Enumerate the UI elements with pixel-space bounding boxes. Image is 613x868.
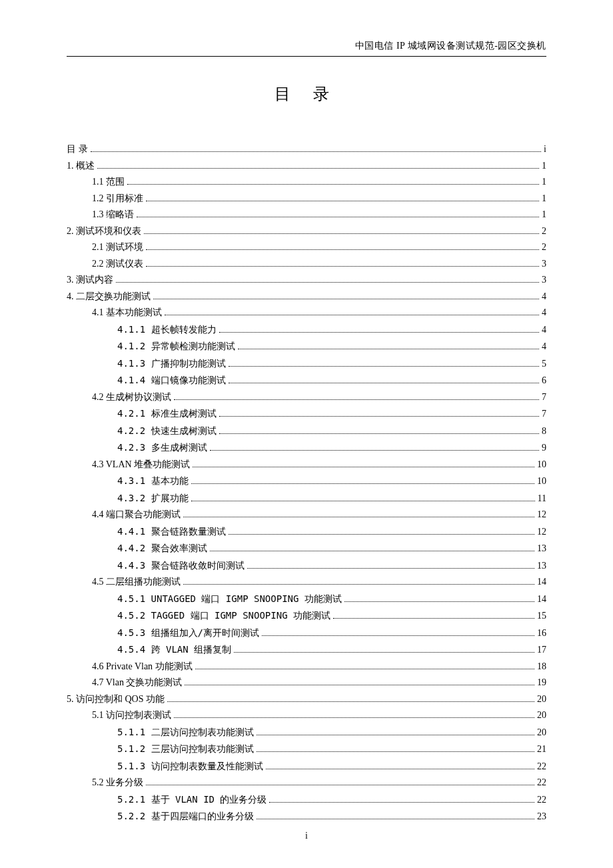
toc-leader-dots xyxy=(183,577,534,585)
page: 中国电信 IP 城域网设备测试规范-园区交换机 目 录 目 录i1. 概述11.… xyxy=(0,0,613,868)
toc-entry-label: 1.3 缩略语 xyxy=(92,207,134,223)
toc-entry[interactable]: 5.1 访问控制表测试20 xyxy=(67,707,546,724)
toc-entry-label: 2.1 测试环境 xyxy=(92,239,143,256)
toc-leader-dots xyxy=(210,544,534,551)
toc-entry-page: 18 xyxy=(537,659,546,675)
toc-entry-page: 7 xyxy=(542,389,546,406)
toc-entry[interactable]: 4.1.4 端口镜像功能测试6 xyxy=(67,372,546,389)
toc-entry[interactable]: 2. 测试环境和仪表2 xyxy=(67,223,546,240)
toc-entry[interactable]: 5. 访问控制和 QOS 功能20 xyxy=(67,691,546,708)
running-header: 中国电信 IP 城域网设备测试规范-园区交换机 xyxy=(67,40,546,52)
toc-entry-label: 5. 访问控制和 QOS 功能 xyxy=(67,691,165,708)
toc-entry[interactable]: 5.2.2 基于四层端口的业务分级23 xyxy=(67,808,546,825)
toc-entry-page: 20 xyxy=(537,691,546,708)
toc-entry-label: 5.1.3 访问控制表数量及性能测试 xyxy=(117,758,263,775)
toc-leader-dots xyxy=(229,376,539,383)
toc-entry-page: 16 xyxy=(537,625,546,642)
toc-entry-label: 5.2.1 基于 VLAN ID 的业务分级 xyxy=(117,791,267,808)
toc-entry-label: 4. 二层交换功能测试 xyxy=(67,289,151,305)
toc-entry-label: 4.2 生成树协议测试 xyxy=(92,389,171,406)
toc-entry[interactable]: 5.2 业务分级22 xyxy=(67,775,546,791)
toc-entry[interactable]: 4.3 VLAN 堆叠功能测试10 xyxy=(67,457,546,473)
toc-entry[interactable]: 1. 概述1 xyxy=(67,158,546,175)
toc-entry[interactable]: 4.3.1 基本功能10 xyxy=(67,473,546,490)
toc-entry-page: 12 xyxy=(537,507,546,523)
toc-leader-dots xyxy=(219,427,539,434)
toc-leader-dots xyxy=(219,325,539,333)
toc-leader-dots xyxy=(144,227,539,234)
toc-entry[interactable]: 4.5.3 组播组加入/离开时间测试16 xyxy=(67,625,546,642)
toc-entry-label: 4.5 二层组播功能测试 xyxy=(92,574,181,591)
toc-entry[interactable]: 1.3 缩略语1 xyxy=(67,207,546,223)
toc-entry[interactable]: 5.1.2 三层访问控制表功能测试21 xyxy=(67,741,546,758)
toc-entry[interactable]: 4. 二层交换功能测试4 xyxy=(67,289,546,305)
toc-leader-dots xyxy=(146,194,539,201)
toc-entry[interactable]: 1.2 引用标准1 xyxy=(67,191,546,207)
toc-entry-page: 22 xyxy=(537,792,546,809)
toc-entry[interactable]: 4.1 基本功能测试4 xyxy=(67,305,546,321)
toc-entry[interactable]: 4.6 Private Vlan 功能测试18 xyxy=(67,659,546,675)
toc-entry[interactable]: 4.3.2 扩展功能11 xyxy=(67,490,546,507)
toc-entry[interactable]: 4.2.3 多生成树测试9 xyxy=(67,439,546,457)
toc-entry-label: 4.1 基本功能测试 xyxy=(92,305,162,321)
toc-entry-label: 1.1 范围 xyxy=(92,174,125,191)
page-title: 目 录 xyxy=(67,83,546,105)
toc-entry-page: 11 xyxy=(538,491,546,507)
toc-leader-dots xyxy=(91,145,542,152)
toc-entry-label: 4.1.3 广播抑制功能测试 xyxy=(117,355,226,372)
toc-entry-label: 目 录 xyxy=(67,141,88,158)
toc-leader-dots xyxy=(97,161,539,169)
toc-entry[interactable]: 5.2.1 基于 VLAN ID 的业务分级22 xyxy=(67,791,546,809)
toc-entry[interactable]: 4.4 端口聚合功能测试12 xyxy=(67,507,546,523)
toc-entry[interactable]: 4.4.2 聚合效率测试13 xyxy=(67,540,546,557)
toc-leader-dots xyxy=(153,292,539,299)
toc-entry[interactable]: 4.7 Vlan 交换功能测试19 xyxy=(67,675,546,691)
toc-entry[interactable]: 3. 测试内容3 xyxy=(67,272,546,289)
toc-leader-dots xyxy=(191,477,534,484)
toc-leader-dots xyxy=(116,275,539,283)
toc-leader-dots xyxy=(234,645,534,653)
toc-leader-dots xyxy=(229,527,534,535)
toc-entry-page: 10 xyxy=(537,473,546,490)
toc-entry[interactable]: 4.5.1 UNTAGGED 端口 IGMP SNOOPING 功能测试14 xyxy=(67,591,546,608)
toc-entry[interactable]: 4.5.4 跨 VLAN 组播复制17 xyxy=(67,641,546,659)
toc-entry-label: 4.1.4 端口镜像功能测试 xyxy=(117,372,226,389)
toc-entry-page: 19 xyxy=(537,675,546,691)
toc-entry-page: 6 xyxy=(542,373,546,389)
toc-entry[interactable]: 4.2.1 标准生成树测试7 xyxy=(67,405,546,423)
toc-entry[interactable]: 4.2.2 快速生成树测试8 xyxy=(67,423,546,440)
toc-entry-page: 7 xyxy=(542,406,546,423)
toc-leader-dots xyxy=(167,695,534,702)
toc-entry[interactable]: 2.1 测试环境2 xyxy=(67,239,546,256)
toc-entry[interactable]: 5.1.1 二层访问控制表功能测试20 xyxy=(67,724,546,741)
toc-entry-page: 1 xyxy=(542,191,546,207)
toc-leader-dots xyxy=(195,662,534,669)
toc-entry[interactable]: 4.5 二层组播功能测试14 xyxy=(67,574,546,591)
toc-entry[interactable]: 4.2 生成树协议测试7 xyxy=(67,389,546,406)
toc-entry[interactable]: 4.1.2 异常帧检测功能测试4 xyxy=(67,338,546,355)
toc-entry-label: 4.3 VLAN 堆叠功能测试 xyxy=(92,457,190,473)
toc-entry[interactable]: 目 录i xyxy=(67,141,546,158)
toc-entry[interactable]: 2.2 测试仪表3 xyxy=(67,256,546,273)
toc-entry-label: 1.2 引用标准 xyxy=(92,191,143,207)
toc-entry-label: 4.7 Vlan 交换功能测试 xyxy=(92,675,182,691)
toc-leader-dots xyxy=(191,494,535,501)
toc-entry[interactable]: 4.4.1 聚合链路数量测试12 xyxy=(67,523,546,541)
toc-entry[interactable]: 1.1 范围1 xyxy=(67,174,546,191)
toc-entry-label: 4.4.1 聚合链路数量测试 xyxy=(117,523,226,540)
toc-leader-dots xyxy=(257,812,534,819)
toc-entry[interactable]: 5.1.3 访问控制表数量及性能测试22 xyxy=(67,758,546,775)
toc-entry[interactable]: 4.1.1 超长帧转发能力4 xyxy=(67,321,546,339)
toc-entry[interactable]: 4.1.3 广播抑制功能测试5 xyxy=(67,355,546,373)
toc-entry-page: 4 xyxy=(542,322,546,339)
toc-entry[interactable]: 4.4.3 聚合链路收敛时间测试13 xyxy=(67,557,546,575)
toc-leader-dots xyxy=(238,342,539,349)
toc-leader-dots xyxy=(137,210,539,217)
toc-leader-dots xyxy=(185,678,534,685)
toc-leader-dots xyxy=(210,443,539,451)
toc-entry-page: 3 xyxy=(542,256,546,273)
toc-leader-dots xyxy=(262,629,534,636)
toc-entry[interactable]: 4.5.2 TAGGED 端口 IGMP SNOOPING 功能测试15 xyxy=(67,607,546,625)
toc-entry-page: 2 xyxy=(542,239,546,256)
toc-entry-page: 14 xyxy=(537,574,546,591)
